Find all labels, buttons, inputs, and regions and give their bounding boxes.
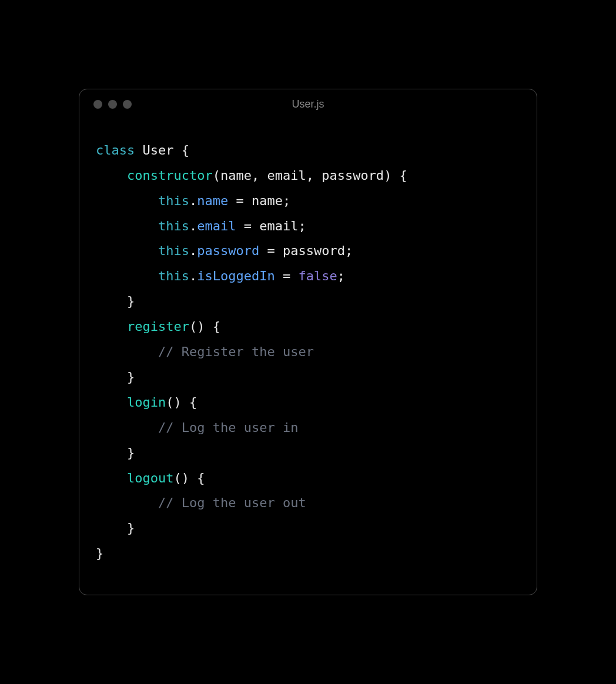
indent <box>96 344 158 359</box>
brace-open: { <box>205 319 220 334</box>
param-email: email <box>267 168 306 183</box>
property-email: email <box>197 219 236 233</box>
open-brace: { <box>173 143 189 157</box>
close-brace: } <box>127 294 135 309</box>
titlebar: User.js <box>79 89 537 119</box>
comma: , <box>252 168 267 183</box>
indent <box>96 370 127 384</box>
param-name: name <box>220 168 252 183</box>
indent <box>96 219 158 233</box>
maximize-button[interactable] <box>123 100 132 109</box>
assign: = <box>259 243 283 258</box>
assign: = <box>275 269 299 283</box>
class-name: User <box>142 143 173 157</box>
minimize-button[interactable] <box>108 100 117 109</box>
code-window: User.js class User { constructor(name, e… <box>79 89 537 595</box>
indent <box>96 193 158 208</box>
comma: , <box>306 168 322 183</box>
indent <box>96 269 158 283</box>
parens: () <box>173 471 189 485</box>
property-isloggedin: isLoggedIn <box>197 269 274 283</box>
indent <box>96 243 158 258</box>
semi: ; <box>298 219 306 233</box>
keyword-this: this <box>158 243 189 258</box>
keyword-this: this <box>158 269 189 283</box>
code-editor[interactable]: class User { constructor(name, email, pa… <box>79 119 537 595</box>
assign: = <box>228 193 252 208</box>
method-constructor: constructor <box>127 168 213 183</box>
method-logout: logout <box>127 471 173 485</box>
keyword-this: this <box>158 193 189 208</box>
dot: . <box>189 219 197 233</box>
comment-login: // Log the user in <box>158 420 298 435</box>
comment-logout: // Log the user out <box>158 495 306 510</box>
semi: ; <box>345 243 353 258</box>
parens: () <box>189 319 205 334</box>
close-brace: } <box>96 546 103 561</box>
property-password: password <box>197 243 259 258</box>
paren-close: ) <box>384 168 391 183</box>
indent <box>96 495 158 510</box>
dot: . <box>189 243 197 258</box>
close-button[interactable] <box>93 100 102 109</box>
indent <box>96 168 127 183</box>
keyword-class: class <box>96 143 135 157</box>
close-brace: } <box>127 521 135 535</box>
method-login: login <box>127 395 166 410</box>
close-brace: } <box>127 370 135 384</box>
semi: ; <box>283 193 290 208</box>
assign: = <box>236 219 259 233</box>
indent <box>96 395 127 410</box>
boolean-false: false <box>298 269 337 283</box>
brace-open: { <box>182 395 197 410</box>
parens: () <box>166 395 182 410</box>
window-title: User.js <box>292 98 324 110</box>
indent <box>96 521 127 535</box>
paren-open: ( <box>213 168 220 183</box>
indent <box>96 445 127 460</box>
var-password: password <box>283 243 345 258</box>
brace-open: { <box>189 471 205 485</box>
indent <box>96 420 158 435</box>
traffic-lights <box>93 100 132 109</box>
indent <box>96 471 127 485</box>
close-brace: } <box>127 445 135 460</box>
dot: . <box>189 269 197 283</box>
var-email: email <box>259 219 298 233</box>
indent <box>96 294 127 309</box>
indent <box>96 319 127 334</box>
semi: ; <box>337 269 345 283</box>
brace-open: { <box>391 168 407 183</box>
method-register: register <box>127 319 189 334</box>
keyword-this: this <box>158 219 189 233</box>
comment-register: // Register the user <box>158 344 314 359</box>
param-password: password <box>322 168 384 183</box>
dot: . <box>189 193 197 208</box>
var-name: name <box>252 193 283 208</box>
property-name: name <box>197 193 228 208</box>
